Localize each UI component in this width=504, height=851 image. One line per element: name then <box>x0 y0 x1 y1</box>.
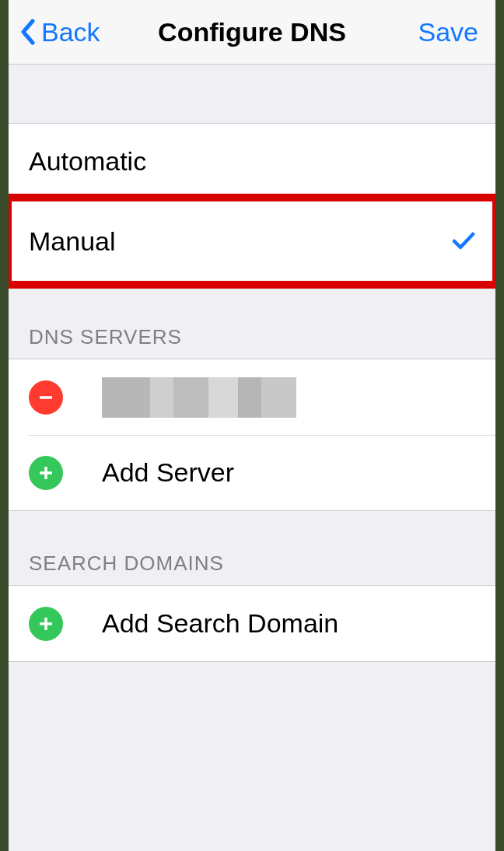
add-search-domain-button[interactable] <box>29 607 63 641</box>
device-frame-left <box>0 0 9 851</box>
add-server-button[interactable] <box>29 456 63 490</box>
navbar: Back Configure DNS Save <box>9 0 495 65</box>
plus-icon <box>37 464 55 482</box>
option-automatic[interactable]: Automatic <box>9 124 495 198</box>
screen: Back Configure DNS Save Automatic Manual… <box>9 0 495 851</box>
save-button[interactable]: Save <box>418 0 479 64</box>
dns-mode-group: Automatic Manual <box>9 123 495 285</box>
add-server-label: Add Server <box>102 457 234 488</box>
add-search-domain-row[interactable]: Add Search Domain <box>9 586 495 661</box>
checkmark-icon <box>452 232 475 250</box>
search-domains-group: Add Search Domain <box>9 585 495 662</box>
add-search-domain-label: Add Search Domain <box>102 608 338 639</box>
chevron-left-icon <box>19 19 37 45</box>
back-label: Back <box>41 17 100 47</box>
device-frame-right <box>495 0 504 851</box>
option-label: Manual <box>29 226 116 257</box>
back-button[interactable]: Back <box>19 0 100 64</box>
minus-icon <box>37 388 55 407</box>
add-server-row[interactable]: Add Server <box>9 435 495 510</box>
dns-server-row[interactable] <box>9 359 495 435</box>
dns-servers-group: Add Server <box>9 359 495 511</box>
option-label: Automatic <box>29 146 146 177</box>
spacer <box>9 65 495 123</box>
delete-server-button[interactable] <box>29 380 63 415</box>
search-domains-header: SEARCH DOMAINS <box>9 511 495 585</box>
page-title: Configure DNS <box>158 17 346 47</box>
save-label: Save <box>418 17 479 47</box>
plus-icon <box>37 615 55 633</box>
option-manual[interactable]: Manual <box>9 198 495 284</box>
dns-server-value-redacted <box>102 377 296 418</box>
dns-servers-header: DNS SERVERS <box>9 285 495 359</box>
